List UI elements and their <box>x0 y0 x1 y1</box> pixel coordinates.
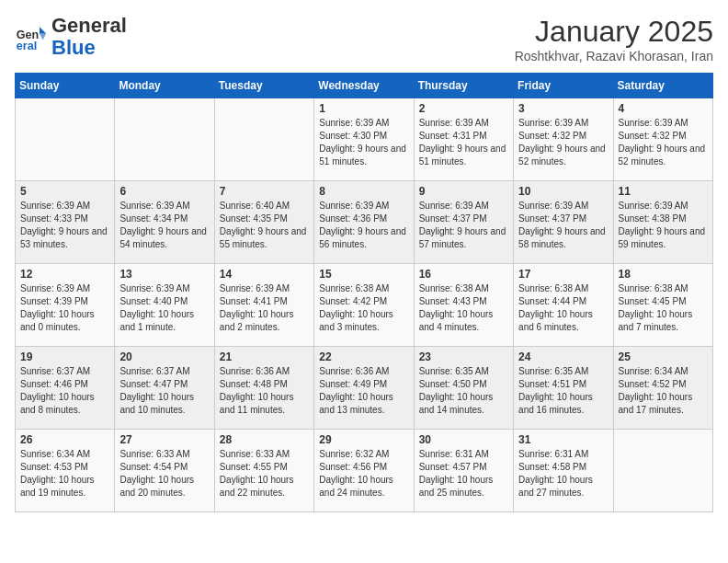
day-info: Sunrise: 6:39 AM Sunset: 4:32 PM Dayligh… <box>518 117 608 168</box>
day-number: 2 <box>419 102 508 115</box>
logo-line1: General <box>51 14 127 37</box>
calendar-header: SundayMondayTuesdayWednesdayThursdayFrid… <box>16 74 713 98</box>
day-info: Sunrise: 6:39 AM Sunset: 4:39 PM Dayligh… <box>20 282 109 334</box>
day-number: 14 <box>220 268 309 281</box>
weekday-header-sunday: Sunday <box>16 74 115 98</box>
calendar-table: SundayMondayTuesdayWednesdayThursdayFrid… <box>15 73 713 512</box>
day-info: Sunrise: 6:34 AM Sunset: 4:53 PM Dayligh… <box>20 448 109 500</box>
day-number: 30 <box>419 433 508 446</box>
calendar-cell: 13Sunrise: 6:39 AM Sunset: 4:40 PM Dayli… <box>115 264 214 347</box>
day-number: 20 <box>119 350 209 363</box>
calendar-cell <box>214 98 313 181</box>
weekday-header-saturday: Saturday <box>613 74 712 98</box>
day-number: 13 <box>119 268 209 281</box>
calendar-cell: 6Sunrise: 6:39 AM Sunset: 4:34 PM Daylig… <box>115 181 214 264</box>
day-number: 10 <box>518 185 608 198</box>
calendar-cell: 9Sunrise: 6:39 AM Sunset: 4:37 PM Daylig… <box>414 181 513 264</box>
day-info: Sunrise: 6:39 AM Sunset: 4:37 PM Dayligh… <box>419 200 508 251</box>
calendar-cell: 28Sunrise: 6:33 AM Sunset: 4:55 PM Dayli… <box>214 430 313 512</box>
calendar-cell: 31Sunrise: 6:31 AM Sunset: 4:58 PM Dayli… <box>514 430 613 512</box>
day-info: Sunrise: 6:38 AM Sunset: 4:43 PM Dayligh… <box>419 282 508 334</box>
day-info: Sunrise: 6:38 AM Sunset: 4:45 PM Dayligh… <box>619 282 708 334</box>
day-number: 1 <box>319 102 408 115</box>
day-info: Sunrise: 6:35 AM Sunset: 4:51 PM Dayligh… <box>518 365 608 417</box>
calendar-cell: 29Sunrise: 6:32 AM Sunset: 4:56 PM Dayli… <box>314 430 414 512</box>
calendar-cell: 4Sunrise: 6:39 AM Sunset: 4:32 PM Daylig… <box>613 98 712 181</box>
day-info: Sunrise: 6:39 AM Sunset: 4:38 PM Dayligh… <box>619 200 708 251</box>
day-info: Sunrise: 6:39 AM Sunset: 4:40 PM Dayligh… <box>119 282 209 334</box>
day-number: 24 <box>518 350 608 363</box>
calendar-cell: 22Sunrise: 6:36 AM Sunset: 4:49 PM Dayli… <box>314 347 414 430</box>
day-info: Sunrise: 6:36 AM Sunset: 4:49 PM Dayligh… <box>319 365 408 417</box>
logo: Gen eral General Blue <box>15 15 127 59</box>
day-number: 26 <box>20 433 109 446</box>
calendar-cell: 20Sunrise: 6:37 AM Sunset: 4:47 PM Dayli… <box>115 347 214 430</box>
location-subtitle: Roshtkhvar, Razavi Khorasan, Iran <box>515 49 713 63</box>
day-number: 5 <box>20 185 109 198</box>
day-info: Sunrise: 6:39 AM Sunset: 4:37 PM Dayligh… <box>518 200 608 251</box>
calendar-cell: 25Sunrise: 6:34 AM Sunset: 4:52 PM Dayli… <box>613 347 712 430</box>
day-number: 8 <box>319 185 408 198</box>
day-number: 4 <box>619 102 708 115</box>
day-info: Sunrise: 6:39 AM Sunset: 4:41 PM Dayligh… <box>220 282 309 334</box>
day-info: Sunrise: 6:39 AM Sunset: 4:30 PM Dayligh… <box>319 117 408 168</box>
calendar-week-row: 12Sunrise: 6:39 AM Sunset: 4:39 PM Dayli… <box>16 264 713 347</box>
calendar-cell: 30Sunrise: 6:31 AM Sunset: 4:57 PM Dayli… <box>414 430 513 512</box>
day-number: 6 <box>119 185 209 198</box>
day-number: 12 <box>20 268 109 281</box>
title-block: January 2025 Roshtkhvar, Razavi Khorasan… <box>515 15 713 63</box>
weekday-header-friday: Friday <box>514 74 613 98</box>
day-number: 27 <box>119 433 209 446</box>
day-info: Sunrise: 6:32 AM Sunset: 4:56 PM Dayligh… <box>319 448 408 500</box>
weekday-header-monday: Monday <box>115 74 214 98</box>
day-number: 22 <box>319 350 408 363</box>
calendar-cell: 19Sunrise: 6:37 AM Sunset: 4:46 PM Dayli… <box>16 347 115 430</box>
weekday-row: SundayMondayTuesdayWednesdayThursdayFrid… <box>16 74 713 98</box>
calendar-cell: 2Sunrise: 6:39 AM Sunset: 4:31 PM Daylig… <box>414 98 513 181</box>
calendar-week-row: 1Sunrise: 6:39 AM Sunset: 4:30 PM Daylig… <box>16 98 713 181</box>
day-info: Sunrise: 6:31 AM Sunset: 4:57 PM Dayligh… <box>419 448 508 500</box>
day-number: 23 <box>419 350 508 363</box>
day-number: 3 <box>518 102 608 115</box>
day-number: 28 <box>220 433 309 446</box>
logo-text: General Blue <box>51 15 127 59</box>
day-info: Sunrise: 6:31 AM Sunset: 4:58 PM Dayligh… <box>518 448 608 500</box>
page-header: Gen eral General Blue January 2025 Rosht… <box>15 15 713 63</box>
day-info: Sunrise: 6:39 AM Sunset: 4:34 PM Dayligh… <box>119 200 209 251</box>
day-number: 21 <box>220 350 309 363</box>
day-number: 17 <box>518 268 608 281</box>
logo-icon: Gen eral <box>15 20 48 53</box>
weekday-header-tuesday: Tuesday <box>214 74 313 98</box>
svg-text:eral: eral <box>17 40 37 53</box>
weekday-header-thursday: Thursday <box>414 74 513 98</box>
calendar-cell: 8Sunrise: 6:39 AM Sunset: 4:36 PM Daylig… <box>314 181 414 264</box>
day-number: 19 <box>20 350 109 363</box>
day-info: Sunrise: 6:34 AM Sunset: 4:52 PM Dayligh… <box>619 365 708 417</box>
calendar-cell: 16Sunrise: 6:38 AM Sunset: 4:43 PM Dayli… <box>414 264 513 347</box>
day-info: Sunrise: 6:37 AM Sunset: 4:47 PM Dayligh… <box>119 365 209 417</box>
calendar-cell: 14Sunrise: 6:39 AM Sunset: 4:41 PM Dayli… <box>214 264 313 347</box>
calendar-cell: 17Sunrise: 6:38 AM Sunset: 4:44 PM Dayli… <box>514 264 613 347</box>
day-info: Sunrise: 6:33 AM Sunset: 4:55 PM Dayligh… <box>220 448 309 500</box>
calendar-week-row: 26Sunrise: 6:34 AM Sunset: 4:53 PM Dayli… <box>16 430 713 512</box>
calendar-cell: 23Sunrise: 6:35 AM Sunset: 4:50 PM Dayli… <box>414 347 513 430</box>
day-info: Sunrise: 6:39 AM Sunset: 4:32 PM Dayligh… <box>619 117 708 168</box>
calendar-week-row: 19Sunrise: 6:37 AM Sunset: 4:46 PM Dayli… <box>16 347 713 430</box>
calendar-cell <box>16 98 115 181</box>
calendar-body: 1Sunrise: 6:39 AM Sunset: 4:30 PM Daylig… <box>16 98 713 512</box>
calendar-cell: 12Sunrise: 6:39 AM Sunset: 4:39 PM Dayli… <box>16 264 115 347</box>
day-number: 29 <box>319 433 408 446</box>
calendar-cell: 21Sunrise: 6:36 AM Sunset: 4:48 PM Dayli… <box>214 347 313 430</box>
calendar-cell: 10Sunrise: 6:39 AM Sunset: 4:37 PM Dayli… <box>514 181 613 264</box>
month-title: January 2025 <box>515 15 713 49</box>
calendar-cell: 18Sunrise: 6:38 AM Sunset: 4:45 PM Dayli… <box>613 264 712 347</box>
day-number: 15 <box>319 268 408 281</box>
calendar-cell: 5Sunrise: 6:39 AM Sunset: 4:33 PM Daylig… <box>16 181 115 264</box>
svg-marker-2 <box>40 27 46 33</box>
calendar-cell: 3Sunrise: 6:39 AM Sunset: 4:32 PM Daylig… <box>514 98 613 181</box>
svg-marker-3 <box>40 34 46 40</box>
day-info: Sunrise: 6:37 AM Sunset: 4:46 PM Dayligh… <box>20 365 109 417</box>
day-number: 11 <box>619 185 708 198</box>
weekday-header-wednesday: Wednesday <box>314 74 414 98</box>
day-info: Sunrise: 6:33 AM Sunset: 4:54 PM Dayligh… <box>119 448 209 500</box>
